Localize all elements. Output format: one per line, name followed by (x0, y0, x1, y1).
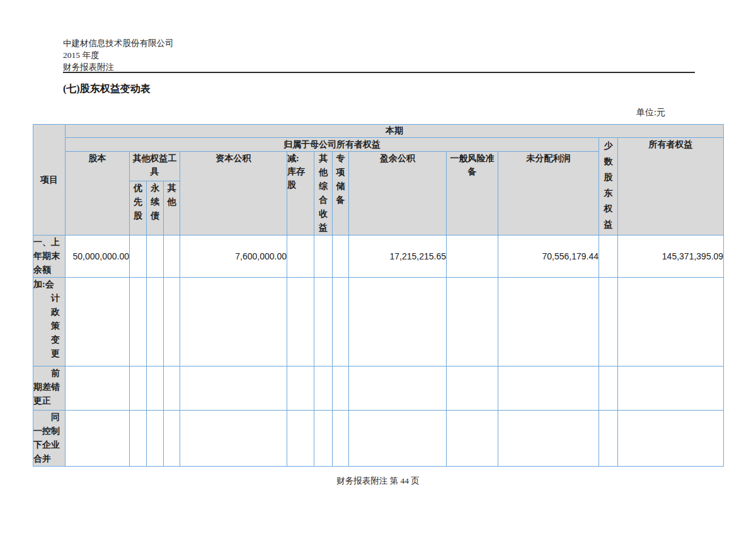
cell-general-risk-reserve (447, 411, 498, 467)
header-minority-interest: 少 数 股 东 权 益 (599, 138, 618, 236)
cell-special-reserve (333, 236, 349, 278)
header-current-period: 本期 (66, 125, 724, 138)
cell-special-reserve (333, 411, 349, 467)
cell-surplus-reserve (349, 278, 447, 366)
cell-perpetual-bonds (147, 278, 164, 366)
cell-total-equity (618, 366, 724, 411)
row-label: 加:会 计 政 策 变 更 (33, 278, 66, 366)
cell-total-equity: 145,371,395.09 (618, 236, 724, 278)
header-other-comprehensive-income: 其 他 综 合 收 益 (314, 152, 333, 236)
cell-total-equity (618, 278, 724, 366)
cell-undistributed-profit (498, 411, 599, 467)
page-footer: 财务报表附注 第 44 页 (0, 475, 756, 487)
cell-less-treasury-shares (287, 278, 314, 366)
cell-preferred-shares (130, 366, 147, 411)
cell-undistributed-profit: 70,556,179.44 (498, 236, 599, 278)
equity-change-table: 项目 本期 归属于母公司所有者权益 少 数 股 东 权 益 所有者权益 股本 其… (33, 124, 724, 467)
header-other-equity-instruments: 其他权益工 具 (130, 152, 180, 181)
cell-capital-reserve (180, 411, 287, 467)
cell-others (164, 411, 180, 467)
cell-other-comprehensive-income (314, 236, 333, 278)
cell-preferred-shares (130, 411, 147, 467)
cell-preferred-shares (130, 278, 147, 366)
header-divider (63, 72, 695, 73)
cell-others (164, 236, 180, 278)
table-row-accounting-policy-change: 加:会 计 政 策 变 更 (33, 278, 724, 366)
cell-surplus-reserve: 17,215,215.65 (349, 236, 447, 278)
header-preferred-shares: 优 先 股 (130, 181, 147, 235)
cell-share-capital (66, 278, 130, 366)
cell-share-capital: 50,000,000.00 (66, 236, 130, 278)
cell-less-treasury-shares (287, 366, 314, 411)
cell-undistributed-profit (498, 278, 599, 366)
document-header: 中建材信息技术股份有限公司 2015 年度 财务报表附注 (63, 37, 174, 73)
cell-minority-interest (599, 411, 618, 467)
row-label: 同 一控制 下企业 合并 (33, 411, 66, 467)
cell-general-risk-reserve (447, 366, 498, 411)
company-name: 中建材信息技术股份有限公司 (63, 37, 174, 49)
document-page: 中建材信息技术股份有限公司 2015 年度 财务报表附注 (七)股东权益变动表 … (0, 0, 756, 534)
header-special-reserve: 专 项 储 备 (333, 152, 349, 236)
cell-perpetual-bonds (147, 236, 164, 278)
unit-label: 单位:元 (636, 107, 665, 118)
cell-other-comprehensive-income (314, 366, 333, 411)
cell-others (164, 366, 180, 411)
table-row-business-combination-common-control: 同 一控制 下企业 合并 (33, 411, 724, 467)
header-perpetual-bonds: 永 续 债 (147, 181, 164, 235)
row-label: 前 期差错 更正 (33, 366, 66, 411)
fiscal-year: 2015 年度 (63, 49, 174, 61)
cell-perpetual-bonds (147, 411, 164, 467)
cell-surplus-reserve (349, 366, 447, 411)
cell-capital-reserve (180, 366, 287, 411)
header-less-treasury-shares: 减: 库存 股 (287, 152, 314, 236)
cell-share-capital (66, 411, 130, 467)
header-total-equity: 所有者权益 (618, 138, 724, 236)
table-row-opening-balance: 一、上 年期末 余额 50,000,000.00 7,600,000.00 17… (33, 236, 724, 278)
header-others: 其 他 (164, 181, 180, 235)
header-item: 项目 (33, 125, 66, 236)
header-undistributed-profit: 未分配利润 (498, 152, 599, 236)
cell-capital-reserve: 7,600,000.00 (180, 236, 287, 278)
cell-other-comprehensive-income (314, 278, 333, 366)
header-share-capital: 股本 (66, 152, 130, 236)
cell-special-reserve (333, 278, 349, 366)
cell-perpetual-bonds (147, 366, 164, 411)
cell-undistributed-profit (498, 366, 599, 411)
cell-less-treasury-shares (287, 411, 314, 467)
cell-surplus-reserve (349, 411, 447, 467)
cell-minority-interest (599, 236, 618, 278)
header-surplus-reserve: 盈余公积 (349, 152, 447, 236)
cell-general-risk-reserve (447, 278, 498, 366)
header-capital-reserve: 资本公积 (180, 152, 287, 236)
header-general-risk-reserve: 一般风险准 备 (447, 152, 498, 236)
cell-capital-reserve (180, 278, 287, 366)
row-label: 一、上 年期末 余额 (33, 236, 66, 278)
cell-special-reserve (333, 366, 349, 411)
cell-total-equity (618, 411, 724, 467)
section-title: (七)股东权益变动表 (63, 82, 151, 96)
cell-less-treasury-shares (287, 236, 314, 278)
table-row-prior-period-error-correction: 前 期差错 更正 (33, 366, 724, 411)
cell-minority-interest (599, 366, 618, 411)
cell-general-risk-reserve (447, 236, 498, 278)
cell-others (164, 278, 180, 366)
cell-other-comprehensive-income (314, 411, 333, 467)
cell-minority-interest (599, 278, 618, 366)
cell-preferred-shares (130, 236, 147, 278)
header-parent-equity: 归属于母公司所有者权益 (66, 138, 599, 152)
cell-share-capital (66, 366, 130, 411)
